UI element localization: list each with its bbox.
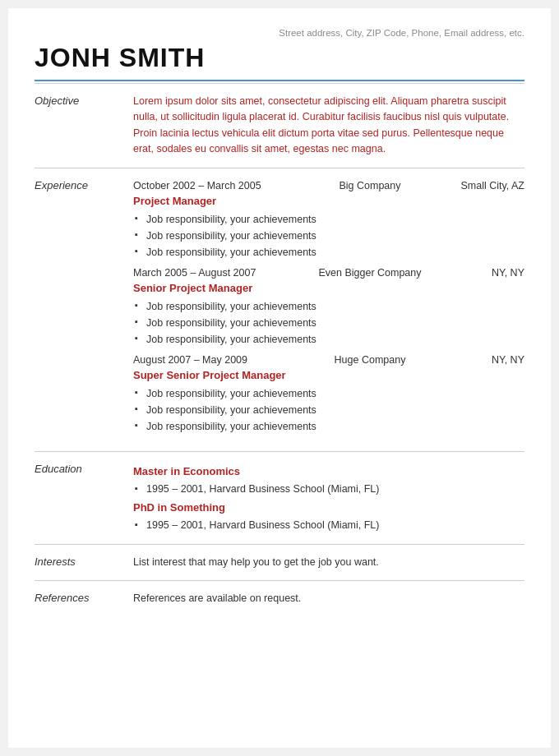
education-label: Education (35, 462, 133, 535)
interests-label: Interests (35, 555, 133, 570)
references-content: References are available on request. (133, 591, 524, 606)
objective-section: Objective Lorem ipsum dolor sits amet, c… (35, 84, 524, 168)
objective-text: Lorem ipsum dolor sits amet, consectetur… (133, 94, 524, 158)
experience-section: Experience October 2002 – March 2005Big … (35, 168, 524, 452)
exp-dates: October 2002 – March 2005 (133, 180, 298, 191)
exp-title: Super Senior Project Manager (133, 369, 524, 381)
exp-location: Small City, AZ (442, 180, 524, 191)
objective-content: Lorem ipsum dolor sits amet, consectetur… (133, 94, 524, 158)
resume-page: Street address, City, ZIP Code, Phone, E… (8, 8, 551, 748)
education-content: Master in Economics1995 – 2001, Harvard … (133, 462, 524, 535)
objective-label: Objective (35, 94, 133, 158)
top-address: Street address, City, ZIP Code, Phone, E… (35, 28, 524, 38)
list-item: Job responsibility, your achievements (133, 211, 524, 228)
exp-dates: August 2007 – May 2009 (133, 354, 298, 366)
edu-item: 1995 – 2001, Harvard Business School (Mi… (133, 481, 524, 498)
list-item: Job responsibility, your achievements (133, 298, 524, 315)
exp-title: Project Manager (133, 195, 524, 207)
exp-bullets: Job responsibility, your achievementsJob… (133, 298, 524, 348)
list-item: Job responsibility, your achievements (133, 418, 524, 435)
list-item: Job responsibility, your achievements (133, 244, 524, 260)
blue-divider (35, 80, 524, 81)
exp-company: Big Company (304, 180, 436, 191)
list-item: Job responsibility, your achievements (133, 331, 524, 348)
exp-company: Huge Company (304, 354, 436, 366)
edu-degree: Master in Economics (133, 465, 524, 477)
experience-content: October 2002 – March 2005Big CompanySmal… (133, 178, 524, 441)
references-label: References (35, 591, 133, 606)
interests-text: List interest that may help you to get t… (133, 555, 524, 570)
list-item: Job responsibility, your achievements (133, 315, 524, 331)
references-section: References References are available on r… (35, 581, 524, 616)
edu-item: 1995 – 2001, Harvard Business School (Mi… (133, 517, 524, 534)
list-item: Job responsibility, your achievements (133, 385, 524, 402)
interests-section: Interests List interest that may help yo… (35, 545, 524, 581)
list-item: Job responsibility, your achievements (133, 402, 524, 418)
education-section: Education Master in Economics1995 – 2001… (35, 452, 524, 546)
references-text: References are available on request. (133, 591, 524, 606)
exp-bullets: Job responsibility, your achievementsJob… (133, 385, 524, 435)
exp-location: NY, NY (442, 354, 524, 366)
exp-location: NY, NY (442, 267, 524, 279)
exp-row: August 2007 – May 2009Huge CompanyNY, NY (133, 354, 524, 366)
exp-bullets: Job responsibility, your achievementsJob… (133, 211, 524, 260)
exp-title: Senior Project Manager (133, 282, 524, 294)
exp-row: October 2002 – March 2005Big CompanySmal… (133, 180, 524, 191)
list-item: Job responsibility, your achievements (133, 228, 524, 244)
candidate-name: JONH SMITH (35, 43, 524, 73)
exp-dates: March 2005 – August 2007 (133, 267, 298, 279)
edu-degree: PhD in Something (133, 501, 524, 514)
interests-content: List interest that may help you to get t… (133, 555, 524, 570)
exp-company: Even Bigger Company (304, 267, 436, 279)
experience-label: Experience (35, 178, 133, 441)
exp-row: March 2005 – August 2007Even Bigger Comp… (133, 267, 524, 279)
address-text: Street address, City, ZIP Code, Phone, E… (279, 28, 524, 38)
